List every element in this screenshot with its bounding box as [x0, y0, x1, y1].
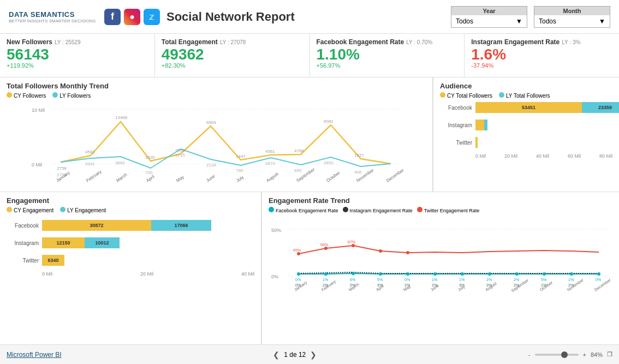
fit-screen-icon[interactable]: ❐	[607, 351, 612, 358]
kpi-new-followers-value: 56143	[7, 47, 148, 62]
zoom-level: 84%	[591, 351, 603, 358]
svg-text:6%: 6%	[350, 278, 355, 282]
svg-text:2%: 2%	[432, 283, 437, 287]
svg-text:3058: 3058	[175, 148, 185, 153]
chevron-down-icon: ▼	[599, 17, 605, 25]
ig-rate-legend: Instagram Engagement Rate	[343, 207, 413, 213]
svg-point-56	[352, 244, 355, 247]
svg-text:4768: 4768	[294, 148, 304, 153]
svg-text:2%: 2%	[514, 278, 519, 282]
filter-group: Year Todos ▼ Month Todos ▼	[451, 6, 610, 28]
next-page-button[interactable]: ❯	[310, 350, 317, 359]
engagement-instagram-row: Instagram 12150 10012	[7, 236, 254, 249]
svg-text:2873: 2873	[265, 161, 275, 166]
svg-text:65%: 65%	[293, 248, 301, 252]
svg-text:2%: 2%	[514, 283, 519, 287]
svg-text:4561: 4561	[265, 149, 275, 154]
audience-twitter-bars	[475, 136, 612, 148]
svg-text:2%: 2%	[568, 283, 574, 287]
audience-instagram-row: Instagram	[440, 118, 612, 132]
kpi-new-followers-change: +119.92%	[7, 62, 148, 69]
svg-text:2133: 2133	[206, 163, 216, 168]
logo-text: DATA SEMANTICS	[9, 10, 96, 19]
month-select[interactable]: Todos ▼	[534, 15, 610, 27]
svg-text:February: February	[85, 169, 102, 183]
logo-area: DATA SEMANTICS BETTER INSIGHTS SMARTER D…	[9, 10, 96, 23]
engagement-chart: Engagement CY Engagement LY Engagement F…	[0, 192, 262, 344]
svg-text:June: June	[205, 174, 216, 183]
svg-text:6081: 6081	[324, 119, 334, 124]
followers-trend-chart: Total Followers Monthly Trend CY Followe…	[0, 77, 433, 192]
kpi-new-followers-ly: LY : 25529	[55, 39, 80, 45]
svg-point-51	[543, 272, 546, 276]
audience-cy-legend: CY Total Followers	[440, 92, 492, 99]
svg-point-44	[352, 272, 355, 275]
svg-point-46	[406, 272, 409, 276]
svg-point-55	[324, 247, 328, 250]
svg-text:1%: 1%	[459, 278, 465, 282]
kpi-instagram-rate-ly: LY : 3%	[562, 39, 580, 45]
engagement-rate-chart: Engagement Rate Trend Facebook Engagemen…	[262, 192, 619, 344]
engagement-instagram-cy-bar: 12150	[42, 237, 85, 248]
engagement-facebook-row: Facebook 30872 17066	[7, 219, 254, 232]
svg-point-58	[406, 251, 409, 254]
svg-text:3%: 3%	[459, 283, 465, 287]
ly-legend: LY Followers	[52, 92, 91, 99]
svg-text:1%: 1%	[541, 283, 546, 287]
audience-instagram-ly-bar	[484, 120, 487, 130]
prev-page-button[interactable]: ❮	[273, 350, 279, 359]
svg-text:66%: 66%	[320, 243, 328, 247]
engagement-rate-title: Engagement Rate Trend	[269, 196, 612, 205]
svg-text:2852: 2852	[324, 160, 334, 165]
svg-text:0%: 0%	[271, 274, 278, 279]
month-label: Month	[534, 7, 610, 15]
page-navigation: ❮ 1 de 12 ❯	[273, 350, 317, 359]
kpi-instagram-rate-change: -37.94%	[471, 62, 612, 69]
svg-text:3%: 3%	[486, 283, 492, 287]
svg-text:0%: 0%	[295, 283, 301, 287]
svg-point-47	[433, 272, 437, 276]
svg-text:5%: 5%	[377, 278, 383, 282]
engagement-twitter-row: Twitter 6340	[7, 254, 254, 267]
svg-text:796: 796	[236, 168, 243, 173]
kpi-facebook-rate-value: 1.10%	[317, 47, 458, 62]
followers-trend-legend: CY Followers LY Followers	[7, 92, 426, 99]
report-title: Social Network Report	[166, 10, 451, 24]
svg-text:March: March	[115, 172, 128, 183]
month-filter[interactable]: Month Todos ▼	[534, 6, 610, 28]
zoom-slider[interactable]	[535, 354, 579, 356]
zoom-plus-button[interactable]: +	[583, 351, 586, 358]
svg-text:December: December	[385, 168, 405, 183]
svg-text:5%: 5%	[541, 278, 546, 282]
svg-text:April: April	[145, 174, 155, 183]
svg-text:2758: 2758	[57, 166, 67, 171]
svg-text:1620: 1620	[145, 155, 155, 160]
audience-instagram-cy-bar	[475, 120, 484, 130]
svg-text:May: May	[175, 175, 185, 183]
power-bi-link[interactable]: Microsoft Power BI	[7, 351, 62, 359]
engagement-axis: 0 Mil 20 Mil 40 Mil	[7, 271, 254, 277]
year-filter[interactable]: Year Todos ▼	[451, 6, 527, 28]
year-select[interactable]: Todos ▼	[451, 15, 527, 27]
audience-legend: CY Total Followers LY Total Followers	[440, 92, 612, 99]
social-icons: f ● 𝕫	[104, 9, 160, 25]
engagement-twitter-bars: 6340	[42, 254, 254, 266]
engagement-legend: CY Engagement LY Engagement	[7, 207, 254, 213]
logo-sub: BETTER INSIGHTS SMARTER DECISIONS	[9, 19, 96, 23]
fb-rate-legend: Facebook Engagement Rate	[269, 207, 338, 213]
svg-text:3341: 3341	[85, 162, 95, 166]
tw-rate-legend: Twitter Engagement Rate	[417, 207, 480, 213]
zoom-thumb	[561, 351, 568, 358]
svg-point-42	[297, 272, 300, 276]
engagement-facebook-bars: 30872 17066	[42, 219, 254, 231]
svg-text:4582: 4582	[85, 150, 95, 154]
kpi-total-engagement: Total Engagement LY : 27078 49362 +82.30…	[155, 34, 310, 77]
kpi-new-followers: New Followers LY : 25529 56143 +119.92%	[0, 34, 155, 77]
twitter-icon: 𝕫	[144, 9, 160, 25]
svg-text:3%: 3%	[377, 283, 383, 287]
zoom-minus-button[interactable]: -	[528, 351, 531, 358]
audience-chart: Audience CY Total Followers LY Total Fol…	[433, 77, 619, 192]
svg-point-50	[515, 272, 519, 276]
svg-text:August: August	[265, 171, 279, 183]
svg-point-53	[597, 272, 600, 276]
